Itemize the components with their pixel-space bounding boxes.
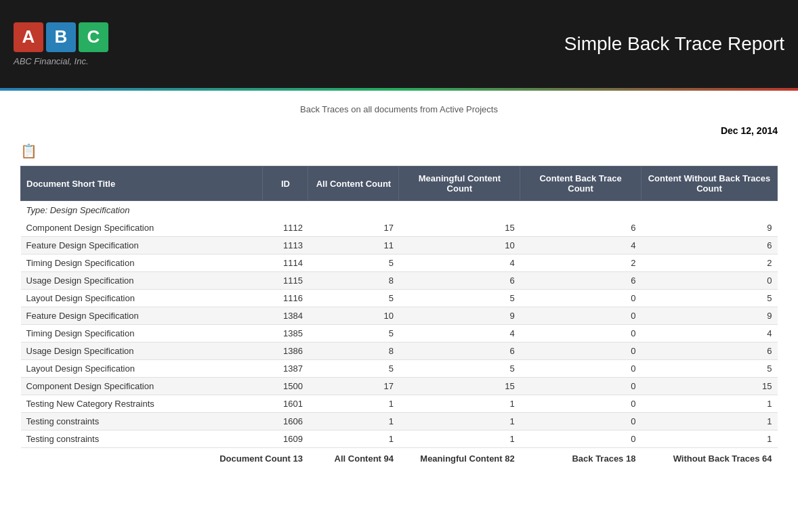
cell-title: Feature Design Specification <box>21 307 263 325</box>
cell-id: 1387 <box>263 360 308 378</box>
table-row: Layout Design Specification13875505 <box>21 360 778 378</box>
cell-meaningful: 1 <box>399 430 520 448</box>
table-row: Testing constraints16061101 <box>21 413 778 430</box>
cell-all-content: 11 <box>308 237 399 254</box>
cell-meaningful: 10 <box>399 237 520 254</box>
logo-blocks: A B C <box>14 22 108 52</box>
table-row: Feature Design Specification1113111046 <box>21 237 778 254</box>
cell-all-content: 17 <box>308 219 399 237</box>
col-header-without-trace: Content Without Back Traces Count <box>641 167 777 201</box>
logo-area: A B C ABC Financial, Inc. <box>14 22 108 66</box>
icon-area: 📋 <box>20 143 778 159</box>
cell-id: 1114 <box>263 254 308 272</box>
cell-id: 1385 <box>263 325 308 342</box>
col-header-id: ID <box>263 167 308 201</box>
cell-meaningful: 5 <box>399 360 520 378</box>
col-header-back-trace: Content Back Trace Count <box>520 167 642 201</box>
cell-back-trace: 0 <box>520 307 642 325</box>
cell-title: Layout Design Specification <box>21 290 263 307</box>
cell-meaningful: 5 <box>399 290 520 307</box>
main-content: Back Traces on all documents from Active… <box>0 91 798 483</box>
page-title: Simple Back Trace Report <box>564 33 784 55</box>
cell-meaningful: 4 <box>399 325 520 342</box>
cell-without-trace: 4 <box>641 325 777 342</box>
footer-meaningful: Meaningful Content 82 <box>399 448 520 470</box>
logo-block-b: B <box>46 22 76 52</box>
cell-without-trace: 1 <box>641 413 777 430</box>
cell-back-trace: 0 <box>520 342 642 360</box>
cell-meaningful: 1 <box>399 413 520 430</box>
cell-id: 1606 <box>263 413 308 430</box>
footer-empty: Document Count 13 <box>21 448 308 470</box>
table-row: Feature Design Specification138410909 <box>21 307 778 325</box>
table-row: Component Design Specification1112171569 <box>21 219 778 237</box>
cell-id: 1113 <box>263 237 308 254</box>
cell-without-trace: 0 <box>641 272 777 290</box>
cell-meaningful: 4 <box>399 254 520 272</box>
cell-without-trace: 9 <box>641 219 777 237</box>
cell-meaningful: 6 <box>399 342 520 360</box>
cell-without-trace: 1 <box>641 430 777 448</box>
cell-back-trace: 0 <box>520 430 642 448</box>
col-header-title: Document Short Title <box>21 167 263 201</box>
cell-back-trace: 6 <box>520 219 642 237</box>
report-subtitle: Back Traces on all documents from Active… <box>20 104 778 114</box>
table-row: Usage Design Specification11158660 <box>21 272 778 290</box>
cell-back-trace: 0 <box>520 413 642 430</box>
cell-meaningful: 9 <box>399 307 520 325</box>
cell-back-trace: 0 <box>520 325 642 342</box>
cell-without-trace: 6 <box>641 237 777 254</box>
cell-all-content: 5 <box>308 290 399 307</box>
cell-all-content: 5 <box>308 254 399 272</box>
cell-title: Testing New Category Restraints <box>21 395 263 413</box>
cell-all-content: 5 <box>308 360 399 378</box>
cell-back-trace: 0 <box>520 360 642 378</box>
cell-title: Timing Design Specification <box>21 325 263 342</box>
cell-title: Component Design Specification <box>21 219 263 237</box>
table-row: Testing constraints16091101 <box>21 430 778 448</box>
cell-id: 1112 <box>263 219 308 237</box>
cell-title: Testing constraints <box>21 430 263 448</box>
cell-all-content: 10 <box>308 307 399 325</box>
cell-back-trace: 4 <box>520 237 642 254</box>
bookmark-icon: 📋 <box>20 143 37 158</box>
cell-without-trace: 5 <box>641 360 777 378</box>
cell-back-trace: 0 <box>520 378 642 395</box>
footer-without: Without Back Traces 64 <box>641 448 777 470</box>
table-row: Component Design Specification1500171501… <box>21 378 778 395</box>
cell-without-trace: 2 <box>641 254 777 272</box>
cell-all-content: 1 <box>308 395 399 413</box>
cell-back-trace: 2 <box>520 254 642 272</box>
report-date: Dec 12, 2014 <box>20 125 778 136</box>
cell-meaningful: 6 <box>399 272 520 290</box>
footer-row: Document Count 13All Content 94Meaningfu… <box>21 448 778 470</box>
cell-id: 1115 <box>263 272 308 290</box>
page-header: A B C ABC Financial, Inc. Simple Back Tr… <box>0 0 798 88</box>
cell-back-trace: 6 <box>520 272 642 290</box>
cell-without-trace: 9 <box>641 307 777 325</box>
table-row: Usage Design Specification13868606 <box>21 342 778 360</box>
footer-back-traces: Back Traces 18 <box>520 448 642 470</box>
cell-id: 1384 <box>263 307 308 325</box>
footer-all-content: All Content 94 <box>308 448 399 470</box>
cell-meaningful: 15 <box>399 378 520 395</box>
cell-title: Timing Design Specification <box>21 254 263 272</box>
cell-id: 1609 <box>263 430 308 448</box>
cell-title: Usage Design Specification <box>21 272 263 290</box>
cell-id: 1116 <box>263 290 308 307</box>
cell-without-trace: 5 <box>641 290 777 307</box>
cell-all-content: 17 <box>308 378 399 395</box>
cell-meaningful: 1 <box>399 395 520 413</box>
cell-title: Layout Design Specification <box>21 360 263 378</box>
cell-title: Feature Design Specification <box>21 237 263 254</box>
cell-id: 1386 <box>263 342 308 360</box>
cell-title: Testing constraints <box>21 413 263 430</box>
cell-without-trace: 15 <box>641 378 777 395</box>
cell-meaningful: 15 <box>399 219 520 237</box>
cell-all-content: 8 <box>308 342 399 360</box>
report-table: Document Short Title ID All Content Coun… <box>20 166 778 469</box>
cell-title: Component Design Specification <box>21 378 263 395</box>
col-header-meaningful: Meaningful Content Count <box>399 167 520 201</box>
logo-block-a: A <box>14 22 43 52</box>
cell-back-trace: 0 <box>520 290 642 307</box>
